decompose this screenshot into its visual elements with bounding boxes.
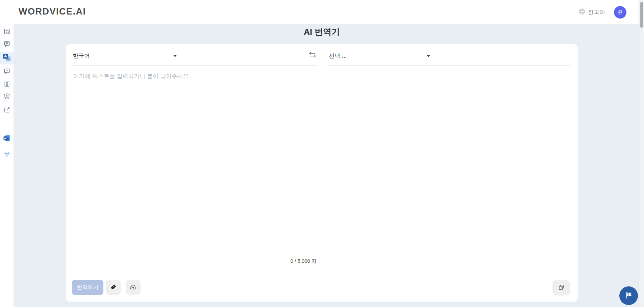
source-language-value: 한국어: [73, 52, 90, 60]
flag-exclamation-icon: [624, 291, 633, 301]
user-avatar[interactable]: 유: [614, 6, 626, 19]
quote-bubble-icon: [3, 68, 10, 76]
scrollbar-thumb[interactable]: [640, 2, 643, 28]
top-header: WORDVICE.AI 한국어 유: [0, 0, 644, 24]
swap-languages-button[interactable]: [307, 51, 318, 60]
swap-arrows-icon: [308, 51, 317, 59]
copy-output-button[interactable]: [552, 280, 570, 296]
sidebar-item-chat-lines[interactable]: [0, 38, 14, 50]
sidebar-item-external-link[interactable]: [0, 104, 14, 117]
document-search-icon: [3, 28, 10, 36]
ui-language-selector[interactable]: 한국어: [578, 8, 605, 17]
left-sidebar: [0, 24, 14, 307]
upload-file-button[interactable]: [126, 280, 141, 295]
clear-text-button[interactable]: [106, 280, 121, 295]
eraser-icon: [110, 284, 117, 291]
globe-icon: [578, 8, 585, 17]
sidebar-item-document-search[interactable]: [0, 26, 14, 38]
sidebar-item-document-profile[interactable]: [0, 78, 14, 91]
target-language-select[interactable]: 선택 ...: [329, 50, 430, 62]
sidebar-item-shield[interactable]: [0, 91, 14, 103]
char-counter: 0 / 5,000 자: [73, 258, 317, 264]
translate-icon: [3, 53, 11, 63]
sidebar-item-diamond[interactable]: [0, 149, 14, 161]
sidebar-item-quote-bubble[interactable]: [0, 66, 14, 78]
wordvice-logo[interactable]: WORDVICE.AI: [19, 6, 86, 17]
external-link-icon: [3, 106, 10, 115]
cloud-upload-icon: [129, 284, 137, 291]
document-profile-icon: [3, 80, 10, 89]
panel-divider: [322, 51, 322, 294]
feedback-button[interactable]: [619, 286, 638, 305]
ms-word-icon: [3, 134, 10, 143]
chevron-down-icon: [427, 55, 430, 57]
target-select-underline: [329, 66, 571, 66]
sidebar-item-ms-word[interactable]: [0, 133, 14, 145]
source-bottom-line: [73, 271, 317, 271]
avatar-initial: 유: [618, 9, 623, 16]
source-language-select[interactable]: 한국어: [73, 50, 177, 62]
header-actions: 한국어 유: [578, 0, 626, 24]
diamond-icon: [3, 151, 10, 159]
sidebar-item-translator[interactable]: [0, 52, 14, 64]
ui-language-label: 한국어: [588, 8, 605, 16]
page-title: AI 번역기: [66, 26, 578, 37]
source-select-underline: [73, 66, 317, 66]
translation-output: [329, 70, 565, 256]
chat-lines-icon: [3, 40, 10, 49]
translate-button[interactable]: 번역하기: [72, 280, 103, 295]
scrollbar-track[interactable]: [639, 0, 644, 307]
target-language-value: 선택 ...: [329, 52, 347, 60]
target-bottom-line: [329, 271, 571, 271]
chevron-down-icon: [173, 55, 177, 57]
copy-icon: [558, 284, 565, 291]
shield-icon: [3, 93, 10, 101]
translator-card: 한국어 선택 ... 0 / 5,000 자 번역하기: [66, 44, 578, 302]
source-text-input[interactable]: [73, 70, 317, 256]
